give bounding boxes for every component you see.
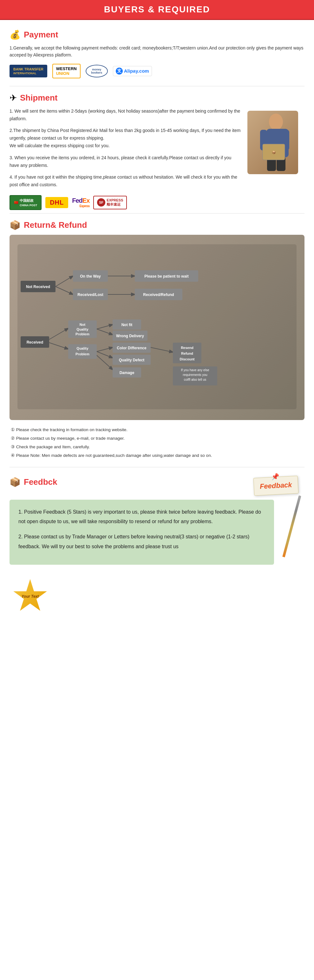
feedback-title-col: 📦 Feedbck — [10, 474, 241, 492]
chinapost-text: 中国邮政CHINA POST — [20, 198, 37, 207]
return-section: 📦 Return& Refund Not Received On the Way — [10, 220, 304, 460]
not-fit-label: Not fit — [122, 323, 133, 327]
not-received-label: Not Received — [26, 285, 50, 289]
payment-title: Payment — [24, 30, 58, 40]
payment-text: 1.Generally, we accept the following pay… — [10, 45, 304, 59]
on-the-way-label: On the Way — [80, 274, 101, 278]
shipment-section-header: ✈ Shipment — [10, 93, 304, 103]
svg-text:Problem: Problem — [76, 332, 89, 336]
pencil-col — [279, 495, 304, 565]
pencil-image — [282, 495, 301, 557]
return-title: Return& Refund — [24, 220, 87, 230]
flowchart-wrapper: Not Received On the Way Please be patien… — [10, 235, 304, 420]
gold-badge: Your Text — [10, 578, 51, 616]
feedback-note: Feedback — [254, 476, 298, 496]
alipay-logo: 支 Alipay.com — [113, 66, 152, 76]
svg-text:Quality: Quality — [76, 347, 89, 350]
return-notes-list: ① Please check the tracking in formation… — [10, 426, 304, 460]
svg-text:requirements you: requirements you — [183, 373, 207, 377]
person-svg: 📦 — [251, 112, 295, 173]
sf-text: EXPRESS顺丰速运 — [106, 198, 123, 207]
shipment-wrapper: 1. We will sent the items within 2-5days… — [10, 108, 304, 210]
page-header: BUYERS & REQUIRED — [0, 0, 314, 20]
shipment-para4: 4. If you have not got it within the shi… — [10, 173, 241, 189]
shipment-divider — [10, 213, 304, 213]
shipment-icon: ✈ — [10, 93, 17, 103]
shipment-para3: 3. When you receive the items you ordere… — [10, 154, 241, 169]
flowchart-svg: Not Received On the Way Please be patien… — [16, 244, 298, 409]
svg-text:Not: Not — [79, 323, 86, 326]
svg-text:📦: 📦 — [272, 150, 276, 154]
sf-express-logo: SF EXPRESS顺丰速运 — [93, 196, 127, 209]
feedback-icon: 📦 — [10, 477, 21, 487]
shipment-image-col: 📦 — [241, 108, 304, 210]
badge-text: Your Text — [22, 594, 39, 599]
moneybookers-logo: moneybookers — [86, 65, 108, 77]
svg-rect-8 — [17, 244, 297, 409]
note-item-4: ④ Please Note: Men made defects are not … — [10, 452, 304, 460]
received-lost-label: Received/Lost — [78, 293, 103, 297]
return-icon: 📦 — [10, 220, 21, 230]
payment-divider — [10, 86, 304, 86]
shipment-para1: 1. We will sent the items within 2-5days… — [10, 108, 241, 123]
western-union-logo: WESTERN UNION — [52, 64, 81, 78]
payment-logos: BANK TRANSFER INTERNATIONAL WESTERN UNIO… — [10, 64, 304, 78]
payment-icon: 💰 — [10, 30, 21, 40]
svg-text:Resend: Resend — [181, 346, 193, 350]
svg-text:Refund: Refund — [181, 352, 193, 355]
person-image: 📦 — [247, 111, 298, 174]
shipment-text-col: 1. We will sent the items within 2-5days… — [10, 108, 241, 210]
delivery-logos: 🇨🇳 中国邮政CHINA POST DHL FedExExpress SF EX… — [10, 195, 241, 210]
svg-text:Quality: Quality — [76, 328, 89, 331]
note-item-3: ③ Check the package and Item, carefully. — [10, 444, 304, 451]
shipment-title: Shipment — [20, 93, 57, 103]
shipment-para2: 2.The shipment by China Post Registered … — [10, 127, 241, 150]
feedback-para2: 2. Please contact us by Trade Manager or… — [18, 532, 265, 551]
received-refund-label: Received/Refund — [143, 293, 174, 297]
page-title: BUYERS & REQUIRED — [0, 5, 314, 14]
color-diff-label: Color Difference — [117, 346, 146, 350]
main-content: 💰 Payment 1.Generally, we accept the fol… — [0, 20, 314, 628]
feedback-content-box: 1. Positive Feedback (5 Stars) is very i… — [10, 500, 274, 565]
feedback-note-text: Feedback — [260, 480, 292, 490]
wrong-delivery-label: Wrong Delivery — [116, 334, 144, 338]
svg-text:Discount: Discount — [179, 357, 194, 361]
feedback-title: Feedbck — [24, 477, 57, 487]
feedback-para1: 1. Positive Feedback (5 Stars) is very i… — [18, 507, 265, 527]
chinapost-logo: 🇨🇳 中国邮政CHINA POST — [10, 195, 41, 210]
received-label: Received — [27, 340, 43, 345]
svg-text:Problem: Problem — [76, 352, 89, 356]
return-section-header: 📦 Return& Refund — [10, 220, 304, 230]
svg-text:If you have any else: If you have any else — [181, 368, 209, 372]
note-item-1: ① Please check the tracking in formation… — [10, 426, 304, 434]
feedback-note-col: Feedback — [247, 474, 304, 495]
gold-badge-area: Your Text — [10, 565, 304, 622]
feedback-section-header: 📦 Feedbck — [10, 477, 241, 487]
sf-badge: SF — [97, 198, 105, 207]
note-item-2: ② Please contact us by meesage, e-mail, … — [10, 435, 304, 442]
payment-section-header: 💰 Payment — [10, 30, 304, 40]
alipay-icon: 支 — [116, 68, 123, 75]
alipay-text: Alipay.com — [124, 68, 149, 73]
star-shape: Your Text — [13, 579, 48, 614]
dhl-logo: DHL — [45, 197, 68, 208]
svg-point-0 — [269, 114, 283, 130]
feedback-header-row: 📦 Feedbck Feedback — [10, 474, 304, 495]
quality-defect-label: Quality Defect — [119, 358, 144, 362]
damage-label: Damage — [120, 371, 135, 375]
feedback-content-row: 1. Positive Feedback (5 Stars) is very i… — [10, 495, 304, 565]
feedback-section: 📦 Feedbck Feedback 1. Positive Feedback … — [10, 474, 304, 622]
svg-text:coiffl also tell us: coiffl also tell us — [184, 378, 206, 381]
bank-transfer-logo: BANK TRANSFER INTERNATIONAL — [10, 65, 47, 77]
fedex-logo: FedExExpress — [72, 197, 89, 208]
please-wait-label: Please be patient to wait — [144, 274, 189, 278]
